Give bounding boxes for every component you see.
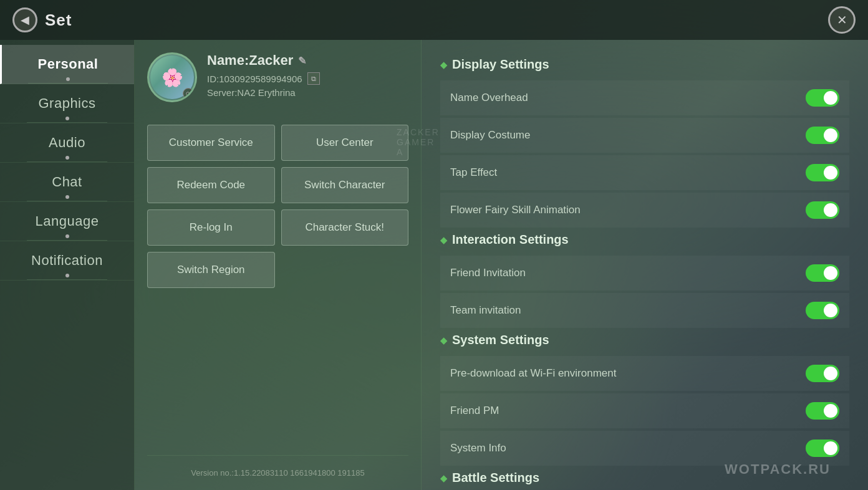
toggle-pre-download-at-wi-fi-environment[interactable] [806,365,839,382]
settings-row: Tap Effect [440,155,849,190]
avatar-badge: ⟳ [183,88,194,99]
toggle-team-invitation[interactable] [806,302,839,319]
settings-section-interaction-settings: ◆Interaction Settings [440,233,849,247]
settings-row: Display Costume [440,118,849,153]
toggle-display-costume[interactable] [806,127,839,144]
settings-row-label: Friend PM [450,405,499,417]
action-btn-customer-service[interactable]: Customer Service [147,125,275,161]
settings-row: Name Overhead [440,80,849,115]
settings-panel: ◆Display SettingsName OverheadDisplay Co… [422,40,868,490]
sidebar-dot [65,117,69,120]
action-btn-redeem-code[interactable]: Redeem Code [147,167,275,203]
sidebar-item-graphics[interactable]: Graphics [0,84,134,123]
sidebar-item-personal[interactable]: Personal [0,45,134,84]
watermark-text: ZACKER GAMER A [397,127,440,157]
settings-row-label: Flower Fairy Skill Animation [450,204,581,216]
settings-row-label: Name Overhead [450,92,528,104]
settings-section-display-settings: ◆Display Settings [440,57,849,72]
settings-row: Flower Fairy Skill Animation [440,193,849,228]
toggle-friend-invitation[interactable] [806,264,839,282]
profile-info: Name:Zacker ✎ ID:1030929589994906 ⧉ Serv… [207,52,408,98]
sidebar-dot [65,195,69,199]
sidebar-item-chat[interactable]: Chat [0,163,134,202]
action-btn-character-stuck![interactable]: Character Stuck! [281,209,409,246]
settings-row: Pre-download at Wi-Fi environment [440,356,849,391]
action-btn-user-center[interactable]: User Center [281,125,409,161]
profile-name: Name:Zacker [207,52,293,69]
action-btn-switch-character[interactable]: Switch Character [281,167,409,203]
avatar: 🌸 ⟳ [147,52,197,102]
toggle-system-info[interactable] [806,440,839,457]
sidebar-dot [65,156,69,160]
section-title: Display Settings [452,57,549,72]
toggle-tap-effect[interactable] [806,164,839,181]
header: ◀ Set ✕ [0,0,868,40]
settings-row: System Info [440,431,849,466]
sidebar-item-notification[interactable]: Notification [0,241,134,281]
sidebar: PersonalGraphicsAudioChatLanguageNotific… [0,40,135,490]
settings-row: Friend Invitation [440,256,849,291]
diamond-icon: ◆ [440,335,447,345]
toggle-name-overhead[interactable] [806,89,839,107]
profile-server: Server:NA2 Erythrina [207,87,408,98]
page-title: Set [45,11,72,30]
settings-row-label: Friend Invitation [450,267,526,279]
settings-row-label: System Info [450,442,506,454]
sidebar-dot [65,234,69,238]
settings-row-label: Display Costume [450,129,531,142]
settings-row-label: Team invitation [450,304,521,317]
copy-button[interactable]: ⧉ [307,72,320,85]
sidebar-dot [66,77,70,81]
toggle-friend-pm[interactable] [806,402,839,420]
sidebar-item-audio[interactable]: Audio [0,123,134,163]
section-title: System Settings [452,333,549,347]
section-title: Battle Settings [452,471,539,485]
personal-panel: ZACKER GAMER A 🌸 ⟳ Name:Zacker ✎ ID:1030… [135,40,422,490]
back-button[interactable]: ◀ [12,7,37,32]
settings-row: Friend PM [440,393,849,428]
version-info: Version no.:1.15.22083110 1661941800 191… [147,455,408,478]
close-button[interactable]: ✕ [828,6,856,34]
settings-section-system-settings: ◆System Settings [440,333,849,347]
diamond-icon: ◆ [440,235,447,245]
settings-row: Team invitation [440,293,849,328]
action-btn-switch-region[interactable]: Switch Region [147,252,275,288]
settings-row-label: Pre-download at Wi-Fi environment [450,367,616,380]
action-btn-re-log-in[interactable]: Re-log In [147,209,275,246]
settings-row-label: Tap Effect [450,166,497,179]
diamond-icon: ◆ [440,473,447,483]
diamond-icon: ◆ [440,60,447,70]
action-buttons-grid: Customer ServiceUser CenterRedeem CodeSw… [147,125,408,288]
avatar-emoji: 🌸 [162,67,183,88]
close-icon: ✕ [837,12,847,27]
sidebar-item-language[interactable]: Language [0,202,134,241]
sidebar-dot [65,274,69,277]
profile-id: ID:1030929589994906 [207,74,302,84]
content-area: PersonalGraphicsAudioChatLanguageNotific… [0,40,868,490]
section-title: Interaction Settings [452,233,569,247]
back-icon: ◀ [21,13,29,27]
copy-icon: ⧉ [311,75,316,83]
wotpack-watermark: WOTPACK.RU [725,461,831,478]
profile-section: 🌸 ⟳ Name:Zacker ✎ ID:1030929589994906 ⧉ [147,52,408,112]
toggle-flower-fairy-skill-animation[interactable] [806,201,839,219]
edit-icon[interactable]: ✎ [298,55,306,67]
profile-id-row: ID:1030929589994906 ⧉ [207,72,408,85]
profile-name-row: Name:Zacker ✎ [207,52,408,69]
